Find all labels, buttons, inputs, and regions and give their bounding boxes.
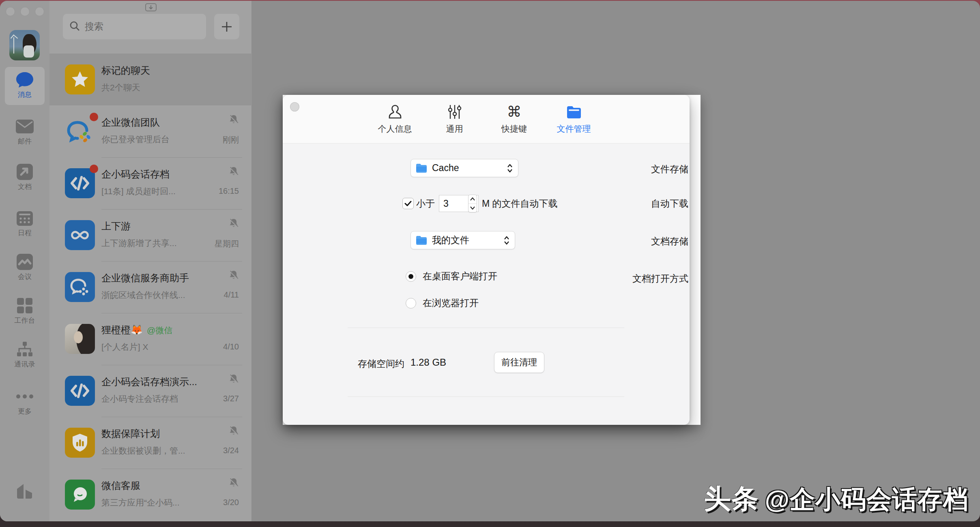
star-icon bbox=[70, 70, 90, 89]
org-chart-icon bbox=[5, 340, 45, 359]
chat-time: 星期四 bbox=[215, 238, 239, 249]
chat-subtitle: [11条] 成员超时回... bbox=[101, 186, 176, 197]
doc-open-option-desktop[interactable]: 在桌面客户端打开 bbox=[406, 270, 497, 283]
row-divider bbox=[101, 313, 242, 313]
search-input[interactable] bbox=[85, 21, 200, 32]
file-storage-select[interactable]: Cache bbox=[410, 159, 518, 177]
minimize-window-button[interactable] bbox=[20, 7, 30, 16]
stats-chart-icon[interactable] bbox=[15, 481, 34, 502]
chat-list-item[interactable]: 数据保障计划 企业数据被误删，管... 3/24 bbox=[49, 417, 252, 469]
sidebar-item-label: 通讯录 bbox=[5, 359, 45, 370]
auto-download-controls: 小于 M 的文件自动下载 bbox=[402, 195, 558, 212]
sidebar-item-contacts[interactable]: 通讯录 bbox=[5, 336, 45, 374]
dialog-close-button[interactable] bbox=[290, 102, 299, 111]
row-divider bbox=[101, 157, 242, 158]
star-avatar bbox=[65, 64, 95, 94]
size-stepper[interactable] bbox=[468, 195, 477, 212]
doc-storage-select[interactable]: 我的文件 bbox=[410, 231, 515, 249]
watermark-prefix: 头条 bbox=[704, 484, 759, 514]
chat-list-item[interactable]: 企小码会话存档演示... 企小码专注会话存档 3/27 bbox=[49, 365, 252, 417]
tab-general[interactable]: 通用 bbox=[425, 101, 484, 135]
chat-list-item-starred[interactable]: 标记的聊天 共2个聊天 bbox=[49, 54, 252, 105]
chat-subtitle: 企业数据被误删，管... bbox=[101, 445, 185, 456]
chat-title: 上下游 bbox=[101, 220, 131, 233]
chat-time: 3/20 bbox=[223, 498, 239, 507]
chat-time: 4/11 bbox=[224, 290, 239, 300]
document-share-icon bbox=[5, 162, 45, 182]
sidebar-item-messages[interactable]: 消息 bbox=[5, 67, 45, 105]
plus-icon bbox=[221, 21, 233, 33]
chat-subtitle: 上下游新增了共享... bbox=[101, 238, 177, 249]
add-chat-button[interactable] bbox=[214, 14, 239, 39]
zoom-window-button[interactable] bbox=[35, 7, 44, 16]
chat-time: 16:15 bbox=[219, 186, 239, 196]
tab-file-management[interactable]: 文件管理 bbox=[544, 101, 604, 135]
assistant-avatar bbox=[65, 272, 95, 302]
stepper-up-icon[interactable] bbox=[469, 195, 477, 204]
radio-selected-icon[interactable] bbox=[406, 271, 416, 282]
collapse-download-icon[interactable] bbox=[145, 3, 157, 11]
auto-download-checkbox[interactable] bbox=[402, 198, 414, 209]
close-window-button[interactable] bbox=[6, 7, 15, 16]
unread-badge bbox=[90, 165, 98, 173]
stepper-down-icon[interactable] bbox=[469, 204, 477, 212]
chat-list-item[interactable]: 企业微信团队 你已登录管理后台 刚刚 bbox=[49, 105, 252, 157]
tab-shortcuts[interactable]: ⌘ 快捷键 bbox=[484, 101, 544, 135]
chat-bubble-icon bbox=[5, 70, 45, 90]
select-chevrons-icon bbox=[507, 163, 513, 173]
kefu-avatar bbox=[65, 480, 95, 510]
file-storage-value: Cache bbox=[432, 163, 502, 174]
chat-list-item[interactable]: 上下游 上下游新增了共享... 星期四 bbox=[49, 209, 252, 261]
grid-icon bbox=[5, 296, 45, 315]
tab-label: 通用 bbox=[425, 122, 484, 135]
calendar-icon bbox=[5, 208, 45, 228]
chat-list-item[interactable]: 狸橙橙🦊@微信 [个人名片] X 4/10 bbox=[49, 313, 252, 365]
row-divider bbox=[101, 417, 242, 417]
radio-label: 在桌面客户端打开 bbox=[423, 270, 497, 283]
sidebar-item-label: 会议 bbox=[5, 272, 45, 282]
code-avatar bbox=[65, 376, 95, 406]
row-divider bbox=[101, 261, 242, 261]
wecom-logo-avatar bbox=[65, 116, 95, 146]
portrait-face-art bbox=[74, 331, 83, 343]
chat-list-item[interactable]: 微信客服 第三方应用“企小码... 3/20 bbox=[49, 469, 252, 521]
settings-dialog: 个人信息 通用 ⌘ 快捷键 文件管理 bbox=[283, 95, 690, 425]
sidebar-item-calendar[interactable]: 日程 bbox=[5, 205, 45, 242]
chat-time: 4/10 bbox=[223, 342, 239, 351]
chat-list-item[interactable]: 企业微信服务商助手 浙皖区域合作伙伴线... 4/11 bbox=[49, 261, 252, 313]
meeting-icon bbox=[5, 252, 45, 272]
sidebar-item-more[interactable]: 更多 bbox=[5, 383, 45, 419]
chat-time: 刚刚 bbox=[223, 135, 239, 146]
dialog-tabs: 个人信息 通用 ⌘ 快捷键 文件管理 bbox=[365, 101, 604, 135]
sidebar-item-mail[interactable]: 邮件 bbox=[5, 114, 45, 151]
sidebar-item-label: 消息 bbox=[5, 90, 45, 100]
search-icon bbox=[69, 21, 80, 33]
sidebar: 消息 邮件 文档 日程 会议 bbox=[0, 1, 49, 521]
muted-bell-icon bbox=[228, 478, 239, 488]
sidebar-item-label: 更多 bbox=[5, 406, 45, 417]
code-icon bbox=[71, 175, 89, 191]
chat-list-item[interactable]: 企小码会话存档 [11条] 成员超时回... 16:15 bbox=[49, 157, 252, 209]
sidebar-item-meeting[interactable]: 会议 bbox=[5, 249, 45, 286]
bubble-network-icon bbox=[69, 276, 91, 298]
sidebar-item-label: 邮件 bbox=[5, 136, 45, 147]
chat-title: 企小码会话存档演示... bbox=[101, 375, 197, 388]
user-avatar[interactable] bbox=[9, 30, 40, 60]
sidebar-item-workbench[interactable]: 工作台 bbox=[5, 293, 45, 330]
search-box[interactable] bbox=[63, 14, 206, 39]
sidebar-item-docs[interactable]: 文档 bbox=[5, 159, 45, 196]
check-icon bbox=[404, 201, 412, 206]
watermark: 头条@企小码会话存档 bbox=[704, 481, 969, 517]
shirt-art bbox=[24, 45, 34, 58]
chat-title: 微信客服 bbox=[101, 479, 140, 492]
doc-open-option-browser[interactable]: 在浏览器打开 bbox=[406, 297, 479, 309]
dialog-header: 个人信息 通用 ⌘ 快捷键 文件管理 bbox=[283, 95, 690, 144]
less-than-label: 小于 bbox=[416, 197, 435, 210]
size-input[interactable] bbox=[439, 198, 465, 209]
tab-label: 个人信息 bbox=[365, 122, 425, 135]
clean-up-button[interactable]: 前往清理 bbox=[494, 352, 544, 373]
sidebar-item-label: 工作台 bbox=[5, 315, 45, 326]
chat-time: 3/27 bbox=[223, 394, 239, 403]
tab-personal-info[interactable]: 个人信息 bbox=[365, 101, 425, 135]
radio-unselected-icon[interactable] bbox=[406, 298, 416, 308]
